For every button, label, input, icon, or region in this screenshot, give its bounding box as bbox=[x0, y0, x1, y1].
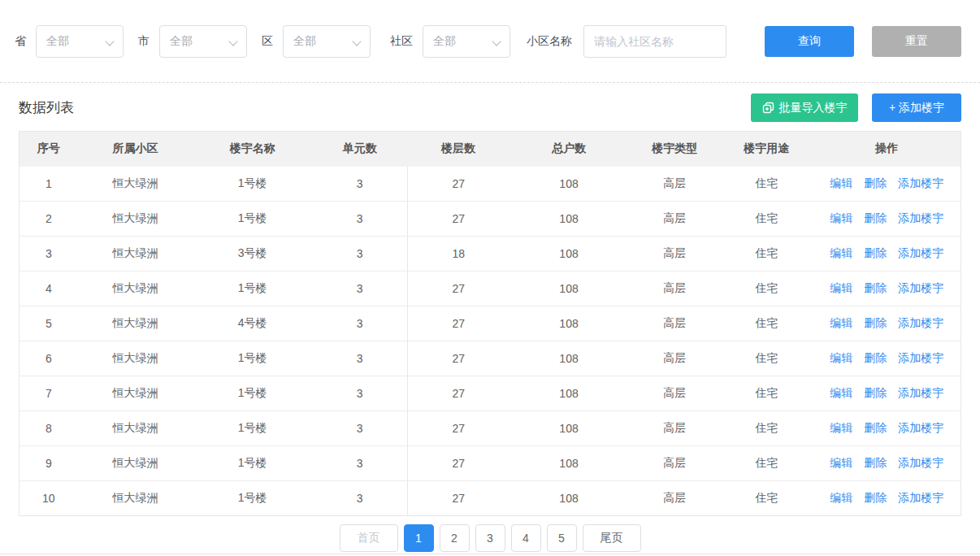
page-button-4[interactable]: 4 bbox=[511, 524, 541, 552]
cell-usage: 住宅 bbox=[720, 481, 813, 516]
col-building-name: 楼宇名称 bbox=[193, 132, 312, 167]
add-building-link[interactable]: 添加楼宇 bbox=[898, 281, 943, 294]
cell-households: 108 bbox=[509, 202, 629, 237]
edit-link[interactable]: 编辑 bbox=[830, 246, 852, 259]
page-button-3[interactable]: 3 bbox=[475, 524, 505, 552]
province-select[interactable]: 全部 bbox=[36, 25, 124, 58]
table-row: 2恒大绿洲1号楼327108高层住宅编辑删除添加楼宇 bbox=[20, 202, 961, 237]
last-page-button[interactable]: 尾页 bbox=[583, 524, 641, 552]
cell-type: 高层 bbox=[629, 446, 720, 481]
edit-link[interactable]: 编辑 bbox=[830, 386, 852, 399]
search-button[interactable]: 查询 bbox=[765, 26, 854, 57]
add-building-button[interactable]: + 添加楼宇 bbox=[872, 93, 961, 122]
cell-units: 3 bbox=[312, 411, 408, 446]
cell-community: 恒大绿洲 bbox=[78, 376, 193, 411]
cell-building: 1号楼 bbox=[193, 376, 312, 411]
cell-units: 3 bbox=[312, 167, 408, 202]
reset-button[interactable]: 重置 bbox=[872, 26, 961, 57]
add-building-link[interactable]: 添加楼宇 bbox=[898, 316, 943, 329]
table-row: 5恒大绿洲4号楼327108高层住宅编辑删除添加楼宇 bbox=[20, 306, 961, 341]
cell-units: 3 bbox=[312, 376, 408, 411]
edit-link[interactable]: 编辑 bbox=[830, 316, 852, 329]
add-building-link[interactable]: 添加楼宇 bbox=[898, 386, 943, 399]
table-row: 8恒大绿洲1号楼327108高层住宅编辑删除添加楼宇 bbox=[20, 411, 961, 446]
cell-households: 108 bbox=[509, 167, 629, 202]
cell-type: 高层 bbox=[629, 306, 720, 341]
col-actions: 操作 bbox=[813, 132, 960, 167]
add-building-link[interactable]: 添加楼宇 bbox=[898, 421, 943, 434]
add-building-link[interactable]: 添加楼宇 bbox=[898, 176, 943, 189]
delete-link[interactable]: 删除 bbox=[864, 211, 887, 224]
table-row: 1恒大绿洲1号楼327108高层住宅编辑删除添加楼宇 bbox=[20, 167, 961, 202]
community-name-input[interactable] bbox=[583, 25, 726, 58]
cell-usage: 住宅 bbox=[720, 237, 813, 271]
col-floors: 楼层数 bbox=[408, 132, 509, 167]
delete-link[interactable]: 删除 bbox=[864, 281, 887, 294]
cell-units: 3 bbox=[312, 271, 408, 306]
cell-floors: 27 bbox=[408, 271, 509, 306]
cell-usage: 住宅 bbox=[720, 306, 813, 341]
cell-community: 恒大绿洲 bbox=[78, 167, 193, 202]
cell-floors: 27 bbox=[408, 202, 509, 237]
delete-link[interactable]: 删除 bbox=[864, 176, 887, 189]
cell-building: 1号楼 bbox=[193, 202, 312, 237]
cell-floors: 18 bbox=[408, 237, 509, 271]
delete-link[interactable]: 删除 bbox=[864, 351, 887, 364]
cell-households: 108 bbox=[509, 411, 629, 446]
batch-import-label: 批量导入楼宇 bbox=[779, 101, 848, 115]
table-row: 7恒大绿洲1号楼327108高层住宅编辑删除添加楼宇 bbox=[20, 376, 961, 411]
page-button-1[interactable]: 1 bbox=[404, 524, 434, 552]
batch-import-button[interactable]: 批量导入楼宇 bbox=[751, 93, 858, 122]
table-row: 3恒大绿洲3号楼318108高层住宅编辑删除添加楼宇 bbox=[20, 237, 961, 271]
community-select-value: 全部 bbox=[433, 34, 456, 49]
edit-link[interactable]: 编辑 bbox=[830, 211, 852, 224]
cell-community: 恒大绿洲 bbox=[78, 341, 193, 376]
delete-link[interactable]: 删除 bbox=[864, 421, 887, 434]
cell-building: 1号楼 bbox=[193, 167, 312, 202]
page-button-2[interactable]: 2 bbox=[440, 524, 470, 552]
cell-usage: 住宅 bbox=[720, 376, 813, 411]
edit-link[interactable]: 编辑 bbox=[830, 456, 852, 469]
cell-households: 108 bbox=[509, 376, 629, 411]
edit-link[interactable]: 编辑 bbox=[830, 281, 852, 294]
first-page-button[interactable]: 首页 bbox=[340, 524, 398, 552]
add-building-link[interactable]: 添加楼宇 bbox=[898, 246, 943, 259]
add-building-link[interactable]: 添加楼宇 bbox=[898, 491, 943, 504]
delete-link[interactable]: 删除 bbox=[864, 456, 887, 469]
edit-link[interactable]: 编辑 bbox=[830, 176, 852, 189]
plus-icon: + bbox=[889, 101, 895, 114]
cell-actions: 编辑删除添加楼宇 bbox=[813, 271, 960, 306]
cell-units: 3 bbox=[312, 306, 408, 341]
page-button-5[interactable]: 5 bbox=[547, 524, 577, 552]
district-select[interactable]: 全部 bbox=[283, 25, 371, 58]
add-building-link[interactable]: 添加楼宇 bbox=[898, 211, 943, 224]
add-building-link[interactable]: 添加楼宇 bbox=[898, 351, 943, 364]
table-row: 4恒大绿洲1号楼327108高层住宅编辑删除添加楼宇 bbox=[20, 271, 961, 306]
add-building-link[interactable]: 添加楼宇 bbox=[898, 456, 943, 469]
cell-community: 恒大绿洲 bbox=[78, 202, 193, 237]
page-title: 数据列表 bbox=[19, 98, 74, 117]
delete-link[interactable]: 删除 bbox=[864, 386, 887, 399]
cell-units: 3 bbox=[312, 237, 408, 271]
cell-no: 2 bbox=[20, 202, 78, 237]
cell-no: 10 bbox=[20, 481, 78, 516]
cell-community: 恒大绿洲 bbox=[78, 306, 193, 341]
table-body: 1恒大绿洲1号楼327108高层住宅编辑删除添加楼宇2恒大绿洲1号楼327108… bbox=[20, 167, 961, 516]
edit-link[interactable]: 编辑 bbox=[830, 421, 852, 434]
delete-link[interactable]: 删除 bbox=[864, 246, 887, 259]
delete-link[interactable]: 删除 bbox=[864, 316, 887, 329]
cell-floors: 27 bbox=[408, 481, 509, 516]
community-select[interactable]: 全部 bbox=[423, 25, 510, 58]
edit-link[interactable]: 编辑 bbox=[830, 491, 852, 504]
city-label: 市 bbox=[138, 34, 150, 49]
cell-usage: 住宅 bbox=[720, 271, 813, 306]
cell-usage: 住宅 bbox=[720, 341, 813, 376]
delete-link[interactable]: 删除 bbox=[864, 491, 887, 504]
edit-link[interactable]: 编辑 bbox=[830, 351, 852, 364]
list-header: 数据列表 批量导入楼宇 + 添加楼宇 bbox=[19, 93, 961, 122]
cell-community: 恒大绿洲 bbox=[78, 481, 193, 516]
cell-type: 高层 bbox=[629, 237, 720, 271]
city-select[interactable]: 全部 bbox=[159, 25, 247, 58]
cell-floors: 27 bbox=[408, 376, 509, 411]
cell-actions: 编辑删除添加楼宇 bbox=[813, 237, 960, 271]
